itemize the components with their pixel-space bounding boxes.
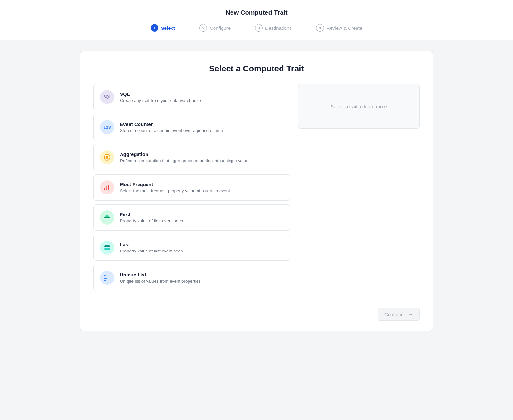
step-label-configure: Configure xyxy=(210,25,231,31)
trait-name-last: Last xyxy=(120,242,283,247)
trait-desc-most-frequent: Select the most frequent property value … xyxy=(120,188,283,193)
main-panel: Select a Computed Trait SQL SQL Create a… xyxy=(80,51,433,331)
svg-rect-4 xyxy=(108,185,109,190)
trait-info-last: Last Property value of last event seen xyxy=(120,242,283,253)
trait-name-event-counter: Event Counter xyxy=(120,121,283,127)
trait-info-event-counter: Event Counter Stores a count of a certai… xyxy=(120,121,283,133)
trait-desc-aggregation: Define a computation that aggregates pro… xyxy=(120,158,283,163)
trait-name-first: First xyxy=(120,212,283,217)
trait-name-most-frequent: Most Frequent xyxy=(120,182,283,187)
step-select[interactable]: 1 Select xyxy=(146,22,180,34)
footer: Configure → xyxy=(93,301,420,321)
trait-list: SQL SQL Create any trait from your data … xyxy=(93,84,290,291)
trait-desc-unique-list: Unique list of values from event propert… xyxy=(120,279,283,284)
trait-icon-first xyxy=(100,210,114,225)
page-header: New Computed Trait 1 Select 2 Configure … xyxy=(0,0,513,40)
step-divider-2 xyxy=(238,28,248,28)
trait-card-aggregation[interactable]: Aggregation Define a computation that ag… xyxy=(93,144,290,170)
svg-rect-12 xyxy=(104,280,106,281)
section-title: Select a Computed Trait xyxy=(93,64,420,74)
step-divider-3 xyxy=(299,28,309,28)
step-label-review-create: Review & Create xyxy=(326,25,363,31)
trait-name-unique-list: Unique List xyxy=(120,272,283,277)
step-circle-3: 3 xyxy=(255,24,263,32)
step-destinations[interactable]: 3 Destinations xyxy=(250,22,296,34)
trait-card-first[interactable]: First Property value of first event seen xyxy=(93,204,290,231)
svg-rect-7 xyxy=(104,245,110,247)
trait-name-aggregation: Aggregation xyxy=(120,152,283,157)
trait-desc-last: Property value of last event seen xyxy=(120,249,283,253)
page-title: New Computed Trait xyxy=(0,9,513,16)
trait-info-first: First Property value of first event seen xyxy=(120,212,283,223)
trait-desc-sql: Create any trait from your data warehous… xyxy=(120,98,283,103)
trait-card-event-counter[interactable]: 123 Event Counter Stores a count of a ce… xyxy=(93,114,290,140)
step-configure[interactable]: 2 Configure xyxy=(195,22,235,34)
step-circle-2: 2 xyxy=(199,24,207,32)
step-review-create[interactable]: 4 Review & Create xyxy=(312,22,367,34)
trait-icon-last xyxy=(100,241,114,255)
trait-info-most-frequent: Most Frequent Select the most frequent p… xyxy=(120,182,283,193)
step-label-destinations: Destinations xyxy=(265,25,292,31)
svg-rect-9 xyxy=(104,275,106,276)
trait-name-sql: SQL xyxy=(120,91,283,97)
trait-info-unique-list: Unique List Unique list of values from e… xyxy=(120,272,283,284)
svg-rect-8 xyxy=(104,248,110,250)
trait-info-aggregation: Aggregation Define a computation that ag… xyxy=(120,152,283,163)
trait-card-last[interactable]: Last Property value of last event seen xyxy=(93,235,290,261)
configure-button[interactable]: Configure → xyxy=(378,308,420,321)
step-circle-1: 1 xyxy=(151,24,158,32)
trait-desc-event-counter: Stores a count of a certain event over a… xyxy=(120,128,283,133)
step-circle-4: 4 xyxy=(316,24,324,32)
trait-icon-event-counter: 123 xyxy=(100,120,114,134)
trait-card-unique-list[interactable]: Unique List Unique list of values from e… xyxy=(93,265,290,291)
trait-card-sql[interactable]: SQL SQL Create any trait from your data … xyxy=(93,84,290,110)
svg-rect-2 xyxy=(104,188,105,190)
trait-card-most-frequent[interactable]: Most Frequent Select the most frequent p… xyxy=(93,174,290,201)
side-panel: Select a trait to learn more xyxy=(298,84,420,129)
step-label-select: Select xyxy=(161,25,175,31)
arrow-right-icon: → xyxy=(408,311,413,317)
svg-rect-10 xyxy=(104,277,108,277)
trait-icon-sql: SQL xyxy=(100,90,114,104)
trait-icon-unique-list xyxy=(100,271,114,285)
svg-rect-6 xyxy=(105,215,109,217)
trait-icon-aggregation xyxy=(100,150,114,164)
stepper: 1 Select 2 Configure 3 Destinations 4 Re… xyxy=(0,22,513,34)
step-divider-1 xyxy=(182,28,192,28)
content-layout: SQL SQL Create any trait from your data … xyxy=(93,84,420,291)
trait-icon-most-frequent xyxy=(100,180,114,194)
trait-desc-first: Property value of first event seen xyxy=(120,218,283,223)
svg-rect-11 xyxy=(104,278,107,279)
side-panel-text: Select a trait to learn more xyxy=(331,104,387,109)
configure-button-label: Configure xyxy=(384,312,405,317)
trait-info-sql: SQL Create any trait from your data ware… xyxy=(120,91,283,103)
svg-point-1 xyxy=(106,156,108,159)
svg-rect-3 xyxy=(106,186,107,190)
